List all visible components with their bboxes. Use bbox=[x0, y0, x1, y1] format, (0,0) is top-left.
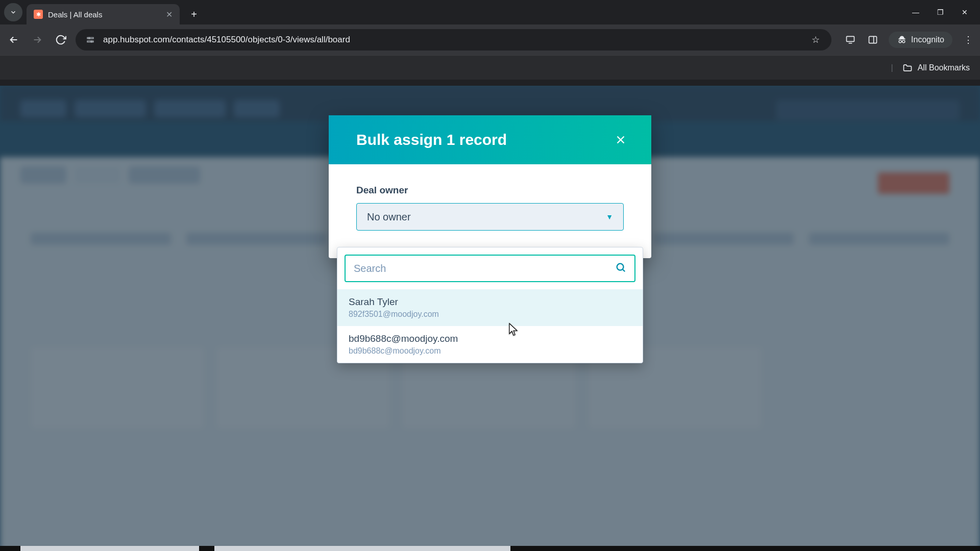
bookmark-star-icon[interactable]: ☆ bbox=[809, 33, 822, 46]
reload-icon bbox=[55, 34, 66, 45]
bulk-assign-modal: Bulk assign 1 record Deal owner No owner… bbox=[329, 115, 651, 258]
deal-owner-select[interactable]: No owner ▼ bbox=[356, 203, 624, 231]
svg-point-9 bbox=[617, 263, 624, 270]
url-text: app.hubspot.com/contacts/45105500/object… bbox=[103, 35, 350, 45]
owner-option-name: Sarah Tyler bbox=[349, 296, 631, 308]
maximize-button[interactable]: ❐ bbox=[935, 8, 945, 16]
caret-down-icon: ▼ bbox=[606, 213, 613, 221]
all-bookmarks-link[interactable]: All Bookmarks bbox=[918, 63, 970, 72]
owner-option-email: bd9b688c@moodjoy.com bbox=[349, 346, 631, 356]
incognito-icon bbox=[897, 35, 907, 45]
arrow-left-icon bbox=[8, 34, 19, 45]
browser-tab[interactable]: ✱ Deals | All deals ✕ bbox=[27, 4, 180, 24]
minimize-button[interactable]: ― bbox=[911, 8, 921, 16]
svg-rect-4 bbox=[847, 36, 854, 41]
url-bar[interactable]: app.hubspot.com/contacts/45105500/object… bbox=[76, 29, 831, 51]
chevron-down-icon bbox=[10, 9, 17, 16]
owner-option[interactable]: Sarah Tyler 892f3501@moodjoy.com bbox=[337, 289, 643, 326]
modal-header: Bulk assign 1 record bbox=[329, 115, 651, 164]
side-panel-icon[interactable] bbox=[866, 33, 879, 46]
svg-point-2 bbox=[88, 37, 90, 39]
reload-button[interactable] bbox=[52, 31, 69, 48]
search-icon bbox=[615, 262, 626, 276]
taskbar-segment bbox=[214, 546, 510, 551]
svg-point-7 bbox=[899, 40, 901, 43]
incognito-label: Incognito bbox=[911, 35, 944, 44]
incognito-badge[interactable]: Incognito bbox=[889, 32, 952, 48]
modal-title: Bulk assign 1 record bbox=[356, 131, 507, 148]
modal-close-button[interactable] bbox=[610, 130, 631, 150]
tab-title: Deals | All deals bbox=[48, 10, 161, 19]
bookmarks-separator: | bbox=[891, 63, 893, 72]
owner-dropdown: Sarah Tyler 892f3501@moodjoy.com bd9b688… bbox=[329, 240, 651, 363]
owner-option[interactable]: bd9b688c@moodjoy.com bd9b688c@moodjoy.co… bbox=[337, 326, 643, 363]
deal-owner-label: Deal owner bbox=[356, 185, 624, 196]
taskbar-segment bbox=[20, 546, 199, 551]
owner-option-email: 892f3501@moodjoy.com bbox=[349, 310, 631, 319]
bookmarks-bar: | All Bookmarks bbox=[0, 55, 980, 80]
browser-chrome: ✱ Deals | All deals ✕ + ― ❐ ✕ app.hubspo… bbox=[0, 0, 980, 86]
page-viewport: Bulk assign 1 record Deal owner No owner… bbox=[0, 86, 980, 551]
tab-close-icon[interactable]: ✕ bbox=[166, 10, 173, 19]
svg-rect-5 bbox=[869, 36, 877, 43]
arrow-right-icon bbox=[32, 34, 43, 45]
browser-menu-icon[interactable]: ⋮ bbox=[962, 33, 975, 46]
toolbar-right: Incognito ⋮ bbox=[844, 32, 975, 48]
svg-point-3 bbox=[91, 41, 92, 42]
close-window-button[interactable]: ✕ bbox=[960, 8, 970, 16]
owner-search-input-wrap bbox=[345, 255, 635, 282]
window-controls: ― ❐ ✕ bbox=[911, 8, 976, 16]
select-value: No owner bbox=[367, 211, 411, 223]
owner-search-input[interactable] bbox=[354, 263, 615, 274]
site-settings-icon[interactable] bbox=[85, 34, 96, 45]
media-control-icon[interactable] bbox=[844, 33, 857, 46]
close-icon bbox=[614, 133, 627, 146]
back-button[interactable] bbox=[5, 31, 22, 48]
tab-search-button[interactable] bbox=[4, 3, 22, 21]
address-bar: app.hubspot.com/contacts/45105500/object… bbox=[0, 24, 980, 55]
browser-titlebar: ✱ Deals | All deals ✕ + ― ❐ ✕ bbox=[0, 0, 980, 24]
hubspot-favicon: ✱ bbox=[34, 10, 43, 19]
owner-option-name: bd9b688c@moodjoy.com bbox=[349, 333, 631, 344]
folder-icon bbox=[902, 63, 913, 73]
new-tab-button[interactable]: + bbox=[186, 6, 202, 22]
svg-point-8 bbox=[902, 40, 905, 43]
forward-button[interactable] bbox=[29, 31, 46, 48]
